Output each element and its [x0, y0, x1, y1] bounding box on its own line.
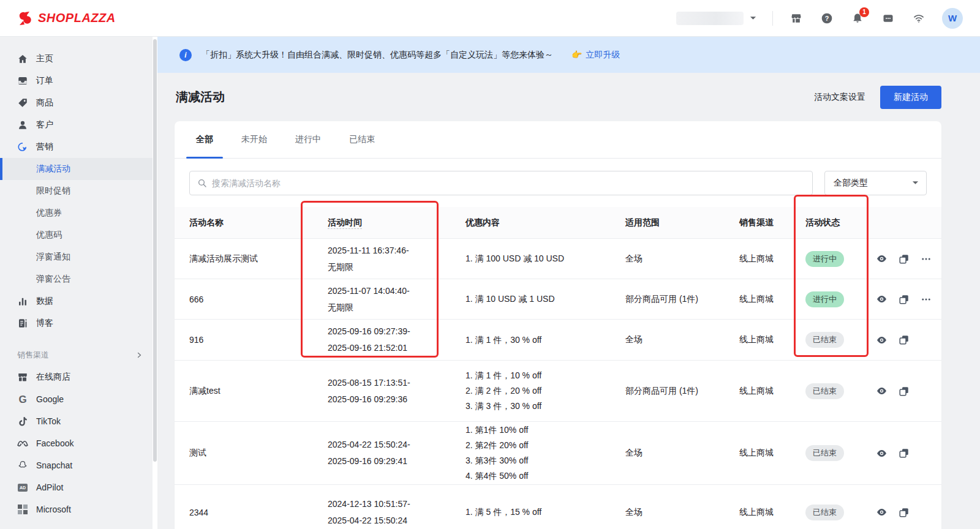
sidebar-subitem-label: 满减活动	[36, 163, 70, 174]
sidebar-item-label: 客户	[36, 119, 53, 130]
campaign-status: 已结束	[805, 383, 876, 399]
storefront-icon[interactable]	[789, 11, 804, 26]
tab-all[interactable]: 全部	[196, 121, 213, 159]
sidebar-item-label: Snapchat	[36, 460, 72, 470]
view-icon[interactable]	[876, 385, 888, 397]
sidebar-subitem-floating-notice[interactable]: 浮窗通知	[0, 246, 157, 268]
duplicate-icon[interactable]	[898, 385, 910, 397]
info-icon: i	[179, 49, 192, 61]
more-actions-icon[interactable]	[920, 293, 932, 305]
sidebar-item-analytics[interactable]: 数据	[0, 290, 157, 312]
tab-not-started[interactable]: 未开始	[241, 121, 267, 159]
table-header-row: 活动名称 活动时间 优惠内容 适用范围 销售渠道 活动状态	[175, 207, 941, 239]
sidebar-subitem-discount-code[interactable]: 优惠码	[0, 224, 157, 246]
sidebar-subitem-discount-activity[interactable]: 满减活动	[0, 158, 157, 180]
campaign-scope: 全场	[625, 253, 739, 264]
status-badge: 已结束	[805, 332, 844, 348]
campaigns-table: 活动名称 活动时间 优惠内容 适用范围 销售渠道 活动状态 满减活动展示测试 2…	[175, 207, 941, 529]
sidebar-section-sales-channels[interactable]: 销售渠道	[0, 344, 157, 366]
view-icon[interactable]	[876, 253, 888, 264]
sidebar-subitem-label: 限时促销	[36, 186, 70, 197]
sidebar-item-label: 订单	[36, 75, 53, 86]
sidebar-item-adpilot[interactable]: AD AdPilot	[0, 476, 157, 498]
sidebar-item-home[interactable]: 主页	[0, 48, 157, 70]
col-header-time: 活动时间	[328, 217, 466, 228]
sidebar-item-facebook[interactable]: Facebook	[0, 432, 157, 454]
campaign-channel: 线上商城	[739, 386, 805, 397]
col-header-scope: 适用范围	[625, 217, 739, 228]
shoplazza-logo-icon	[17, 10, 33, 26]
sidebar-item-online-store[interactable]: 在线商店	[0, 366, 157, 388]
campaign-status: 已结束	[805, 332, 876, 348]
blog-icon	[17, 318, 28, 329]
campaign-copy-settings-button[interactable]: 活动文案设置	[814, 92, 865, 103]
filter-row: 全部类型	[175, 159, 941, 195]
duplicate-icon[interactable]	[898, 253, 910, 264]
online-store-icon	[17, 372, 28, 383]
duplicate-icon[interactable]	[898, 293, 910, 305]
sidebar-item-label: Google	[36, 394, 64, 404]
view-icon[interactable]	[876, 506, 888, 518]
sidebar-subitem-coupon[interactable]: 优惠券	[0, 202, 157, 224]
user-avatar[interactable]: W	[942, 8, 963, 29]
sidebar-subitem-flash-sale[interactable]: 限时促销	[0, 180, 157, 202]
chat-icon[interactable]	[881, 11, 895, 26]
sidebar-subitem-popup-announcement[interactable]: 弹窗公告	[0, 268, 157, 290]
sidebar-item-orders[interactable]: 订单	[0, 70, 157, 92]
campaign-scope: 全场	[625, 507, 739, 518]
view-icon[interactable]	[876, 334, 888, 346]
sidebar-item-marketing[interactable]: 营销	[0, 136, 157, 158]
campaign-list-card: 全部 未开始 进行中 已结束 全部类型 活动名称 活动时间	[175, 121, 941, 529]
tab-in-progress[interactable]: 进行中	[295, 121, 321, 159]
header-divider	[772, 11, 773, 26]
more-actions-icon[interactable]	[920, 253, 932, 264]
tab-ended[interactable]: 已结束	[349, 121, 375, 159]
sidebar-item-microsoft[interactable]: Microsoft	[0, 498, 157, 520]
campaign-time: 2025-11-11 16:37:46-无期限	[328, 242, 466, 276]
duplicate-icon[interactable]	[898, 448, 910, 459]
bell-icon[interactable]: 1	[850, 11, 865, 26]
status-badge: 已结束	[805, 505, 844, 520]
row-actions	[876, 448, 927, 459]
create-campaign-button[interactable]: 新建活动	[880, 86, 941, 109]
sidebar-item-blog[interactable]: 博客	[0, 312, 157, 334]
campaign-content: 1. 满 100 USD 减 10 USD	[466, 251, 625, 266]
campaign-scope: 部分商品可用 (1件)	[625, 386, 739, 397]
sidebar-item-label: AdPilot	[36, 482, 63, 492]
sidebar-item-products[interactable]: 商品	[0, 92, 157, 114]
duplicate-icon[interactable]	[898, 506, 910, 518]
campaign-status: 已结束	[805, 445, 876, 461]
sidebar-scrollbar-thumb[interactable]	[153, 39, 157, 462]
type-filter-dropdown[interactable]: 全部类型	[824, 171, 927, 195]
search-icon	[197, 178, 207, 188]
wifi-icon[interactable]	[911, 11, 926, 26]
search-input[interactable]	[212, 178, 805, 188]
row-actions	[876, 385, 927, 397]
sidebar-item-google[interactable]: G Google	[0, 388, 157, 410]
shoplazza-logo[interactable]: SHOPLAZZA	[17, 10, 116, 26]
facebook-meta-icon	[17, 438, 28, 449]
chevron-right-icon	[135, 351, 143, 359]
sidebar-item-tiktok[interactable]: TikTok	[0, 410, 157, 432]
microsoft-icon	[17, 504, 28, 515]
campaign-channel: 线上商城	[739, 448, 805, 459]
help-icon[interactable]: ?	[820, 11, 834, 26]
sidebar-item-label: 博客	[36, 318, 53, 329]
store-selector[interactable]	[676, 12, 756, 25]
notification-badge: 1	[859, 7, 869, 17]
campaign-channel: 线上商城	[739, 294, 805, 305]
top-header: SHOPLAZZA ? 1 W	[0, 0, 980, 37]
table-row: 916 2025-09-16 09:27:39-2025-09-16 21:52…	[175, 320, 941, 361]
sidebar-item-customers[interactable]: 客户	[0, 114, 157, 136]
campaign-time: 2025-11-07 14:04:40-无期限	[328, 283, 466, 316]
campaign-content: 1. 满 1 件，10 % off2. 满 2 件，20 % off3. 满 3…	[466, 368, 625, 414]
view-icon[interactable]	[876, 448, 888, 459]
campaign-scope: 全场	[625, 334, 739, 345]
duplicate-icon[interactable]	[898, 334, 910, 346]
store-name-redacted	[676, 12, 744, 25]
sidebar-item-snapchat[interactable]: Snapchat	[0, 454, 157, 476]
chevron-down-icon	[912, 181, 919, 186]
row-actions	[876, 253, 932, 264]
upgrade-now-link[interactable]: 立即升级	[586, 50, 620, 59]
view-icon[interactable]	[876, 293, 888, 305]
